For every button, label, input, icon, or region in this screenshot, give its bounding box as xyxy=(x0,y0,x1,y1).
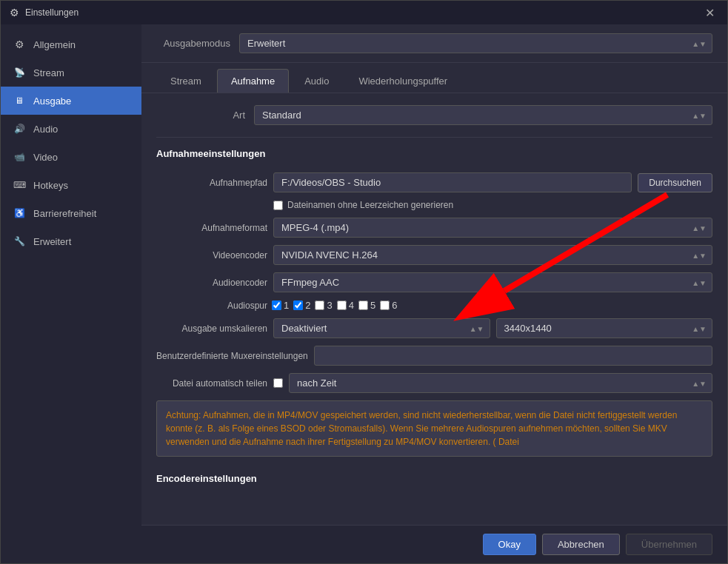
gear-icon: ⚙ xyxy=(13,38,26,51)
art-select[interactable]: Standard Benutzerdefiniert xyxy=(254,105,712,125)
audiospur-checkbox-1[interactable] xyxy=(272,301,281,310)
sidebar-item-erweitert[interactable]: 🔧 Erweitert xyxy=(1,227,141,255)
audiospur-6: 6 xyxy=(380,300,397,311)
ausgabemodus-bar: Ausgabemodus Erweitert Einfach ▲▼ xyxy=(141,24,727,63)
sidebar-label-stream: Stream xyxy=(33,67,64,78)
audiospur-4: 4 xyxy=(337,300,354,311)
sidebar-label-video: Video xyxy=(33,152,58,163)
warning-box: Achtung: Aufnahmen, die in MP4/MOV gespe… xyxy=(156,400,712,457)
audiospur-num-1: 1 xyxy=(284,300,289,311)
videoencoder-select-wrapper[interactable]: NVIDIA NVENC H.264 x264 ▲▼ xyxy=(273,245,712,265)
aufnahmeformat-select[interactable]: MPEG-4 (.mp4) MKV MOV xyxy=(273,218,712,238)
accessibility-icon: ♿ xyxy=(13,207,26,220)
audiospur-3: 3 xyxy=(315,300,332,311)
content-area: Art Standard Benutzerdefiniert ▲▼ Aufnah… xyxy=(141,93,727,525)
ausgabemodus-select-wrapper[interactable]: Erweitert Einfach ▲▼ xyxy=(239,33,712,53)
aufnahmeformat-label: Aufnahmeformat xyxy=(156,223,267,233)
abbrechen-button[interactable]: Abbrechen xyxy=(542,534,620,555)
ausgabe-umskalieren-row: Ausgabe umskalieren Deaktiviert 1920x108… xyxy=(156,318,712,338)
scale-size-select[interactable]: 3440x1440 xyxy=(496,318,713,338)
audiospur-1: 1 xyxy=(272,300,289,311)
aufnahmeformat-select-wrapper[interactable]: MPEG-4 (.mp4) MKV MOV ▲▼ xyxy=(273,218,712,238)
aufnahmepfad-row: Aufnahmepfad Durchsuchen xyxy=(156,172,712,192)
sidebar-item-audio[interactable]: 🔊 Audio xyxy=(1,115,141,143)
dateinamen-checkbox[interactable] xyxy=(273,201,283,210)
sidebar-item-stream[interactable]: 📡 Stream xyxy=(1,58,141,87)
audiospur-checkbox-3[interactable] xyxy=(315,301,324,310)
audioencoder-select-wrapper[interactable]: FFmpeg AAC CoreAudio AAC ▲▼ xyxy=(273,272,712,292)
sidebar-item-barrierefreiheit[interactable]: ♿ Barrierefreiheit xyxy=(1,199,141,227)
audiospur-5: 5 xyxy=(358,300,375,311)
titlebar-icon: ⚙ xyxy=(10,7,19,19)
audiospur-checkbox-2[interactable] xyxy=(293,301,303,310)
datei-teilen-select[interactable]: nach Zeit nach Größe xyxy=(289,373,712,393)
datei-teilen-label: Datei automatisch teilen xyxy=(156,378,267,389)
audiospur-num-3: 3 xyxy=(327,300,332,311)
sidebar-label-hotkeys: Hotkeys xyxy=(33,180,68,191)
sidebar-label-audio: Audio xyxy=(33,124,58,135)
muxer-input[interactable] xyxy=(314,346,712,366)
tab-audio[interactable]: Audio xyxy=(290,69,343,93)
sidebar-item-video[interactable]: 📹 Video xyxy=(1,143,141,171)
videoencoder-row: Videoencoder NVIDIA NVENC H.264 x264 ▲▼ xyxy=(156,245,712,265)
monitor-icon: 🖥 xyxy=(13,94,26,107)
audiospur-checks: 1 2 3 4 xyxy=(272,300,397,311)
audioencoder-row: Audioencoder FFmpeg AAC CoreAudio AAC ▲▼ xyxy=(156,272,712,292)
titlebar-title: Einstellungen xyxy=(25,7,79,18)
ausgabe-umskalieren-label: Ausgabe umskalieren xyxy=(156,323,267,334)
audiospur-num-2: 2 xyxy=(305,300,310,311)
ausgabe-umskalieren-select[interactable]: Deaktiviert 1920x1080 1280x720 xyxy=(273,318,490,338)
sidebar-item-ausgabe[interactable]: 🖥 Ausgabe xyxy=(1,87,141,115)
sidebar-item-hotkeys[interactable]: ⌨ Hotkeys xyxy=(1,171,141,199)
warning-text: Achtung: Aufnahmen, die in MP4/MOV gespe… xyxy=(166,410,677,447)
encodereinstellungen-header: Encodereinstellungen xyxy=(156,464,712,487)
audiospur-num-4: 4 xyxy=(349,300,354,311)
sidebar-label-barrierefreiheit: Barrierefreiheit xyxy=(33,208,96,219)
sidebar-item-allgemein[interactable]: ⚙ Allgemein xyxy=(1,30,141,58)
videoencoder-select[interactable]: NVIDIA NVENC H.264 x264 xyxy=(273,245,712,265)
okay-button[interactable]: Okay xyxy=(483,534,536,555)
scale-size-wrapper[interactable]: 3440x1440 ▲▼ xyxy=(496,318,713,338)
sidebar: ⚙ Allgemein 📡 Stream 🖥 Ausgabe 🔊 Audio 📹… xyxy=(1,24,141,563)
uebernehmen-button: Übernehmen xyxy=(626,534,712,555)
art-row: Art Standard Benutzerdefiniert ▲▼ xyxy=(156,105,712,125)
keyboard-icon: ⌨ xyxy=(13,178,26,192)
audioencoder-label: Audioencoder xyxy=(156,278,267,288)
tabs-bar: Stream Aufnahme Audio Wiederholungspuffe… xyxy=(141,63,727,93)
art-select-wrapper[interactable]: Standard Benutzerdefiniert ▲▼ xyxy=(254,105,712,125)
durchsuchen-button[interactable]: Durchsuchen xyxy=(638,173,712,192)
ausgabe-umskalieren-select-wrapper[interactable]: Deaktiviert 1920x1080 1280x720 ▲▼ xyxy=(273,318,490,338)
audio-icon: 🔊 xyxy=(13,122,26,135)
sidebar-label-ausgabe: Ausgabe xyxy=(33,95,71,107)
audiospur-checkbox-4[interactable] xyxy=(337,301,347,310)
aufnahmepfad-input[interactable] xyxy=(273,172,632,192)
dateinamen-row: Dateinamen ohne Leerzeichen generieren xyxy=(273,200,712,210)
divider xyxy=(156,137,712,138)
datei-teilen-row: Datei automatisch teilen nach Zeit nach … xyxy=(156,373,712,393)
video-icon: 📹 xyxy=(13,150,26,164)
audioencoder-select[interactable]: FFmpeg AAC CoreAudio AAC xyxy=(273,272,712,292)
audiospur-checkbox-5[interactable] xyxy=(358,301,368,310)
art-label: Art xyxy=(156,110,245,121)
audiospur-2: 2 xyxy=(293,300,310,311)
tab-wiederholungspuffer[interactable]: Wiederholungspuffer xyxy=(344,69,461,93)
audiospur-num-6: 6 xyxy=(392,300,397,311)
titlebar: ⚙ Einstellungen ✕ xyxy=(1,1,727,24)
bottom-bar: Okay Abbrechen Übernehmen xyxy=(141,525,727,563)
ausgabemodus-label: Ausgabemodus xyxy=(156,38,230,49)
aufnahmeformat-row: Aufnahmeformat MPEG-4 (.mp4) MKV MOV ▲▼ xyxy=(156,218,712,238)
videoencoder-label: Videoencoder xyxy=(156,250,267,261)
datei-teilen-checkbox[interactable] xyxy=(273,378,283,388)
close-button[interactable]: ✕ xyxy=(701,4,718,21)
tab-stream[interactable]: Stream xyxy=(156,69,216,93)
ausgabemodus-select[interactable]: Erweitert Einfach xyxy=(239,33,712,53)
muxer-row: Benutzerdefinierte Muxereinstellungen xyxy=(156,346,712,366)
tab-aufnahme[interactable]: Aufnahme xyxy=(217,69,289,93)
muxer-label: Benutzerdefinierte Muxereinstellungen xyxy=(156,351,308,361)
audiospur-checkbox-6[interactable] xyxy=(380,301,390,310)
audiospur-row: Audiospur 1 2 xyxy=(156,300,712,311)
sidebar-label-allgemein: Allgemein xyxy=(33,39,76,50)
datei-teilen-select-wrapper[interactable]: nach Zeit nach Größe ▲▼ xyxy=(289,373,712,393)
aufnahmeeinstellungen-header: Aufnahmeeinstellungen xyxy=(156,148,712,162)
stream-icon: 📡 xyxy=(13,66,26,79)
